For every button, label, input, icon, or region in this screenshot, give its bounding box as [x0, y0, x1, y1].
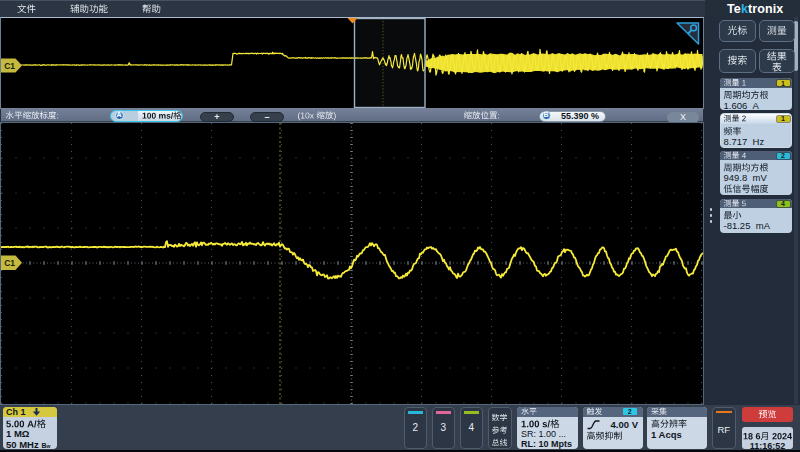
- svg-text:4: 4: [781, 200, 785, 207]
- svg-text:2: 2: [781, 152, 785, 159]
- svg-text:1: 1: [781, 80, 785, 87]
- svg-text:1: 1: [781, 115, 785, 122]
- svg-text:2: 2: [628, 408, 632, 415]
